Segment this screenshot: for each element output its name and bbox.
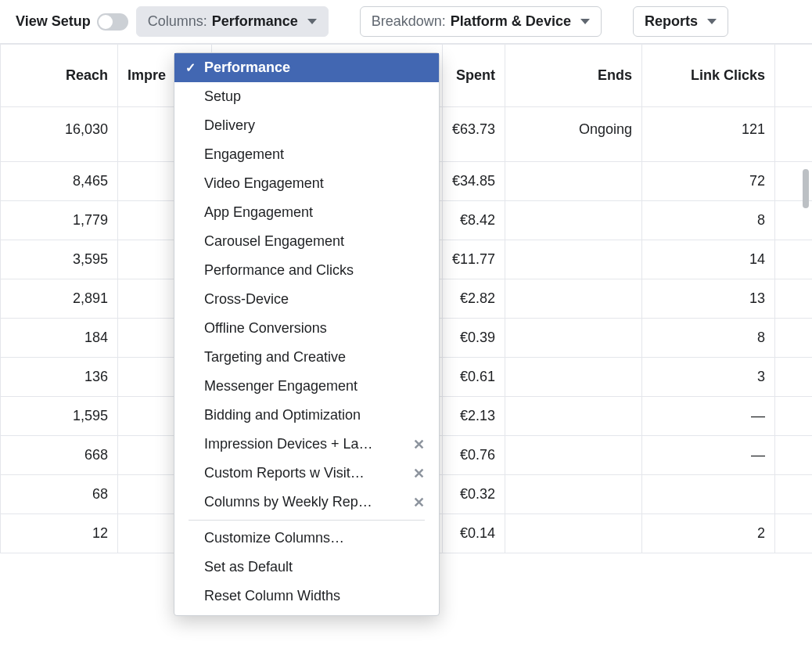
cell-ends xyxy=(505,436,642,475)
columns-menu-item[interactable]: Performance and Clicks xyxy=(174,256,439,285)
menu-item-label: App Engagement xyxy=(204,204,313,221)
cell-reach: 1,595 xyxy=(1,397,118,436)
reports-label: Reports xyxy=(645,13,698,30)
breakdown-value: Platform & Device xyxy=(451,13,571,30)
col-link-clicks[interactable]: Link Clicks xyxy=(642,45,775,107)
col-spent[interactable]: Spent xyxy=(443,45,505,107)
cell-spent: €2.82 xyxy=(443,279,505,319)
cell-end xyxy=(775,240,813,279)
columns-menu-item[interactable]: Custom Reports w Visit…✕ xyxy=(174,459,439,488)
cell-reach: 1,779 xyxy=(1,201,118,240)
cell-link-clicks: 14 xyxy=(642,240,775,279)
cell-reach: 16,030 xyxy=(1,107,118,162)
cell-end xyxy=(775,397,813,436)
view-setup-control[interactable]: View Setup xyxy=(8,13,128,31)
columns-menu-item[interactable]: Delivery xyxy=(174,111,439,140)
cell-spent: €2.13 xyxy=(443,397,505,436)
col-end xyxy=(775,45,813,107)
columns-menu-item[interactable]: Messenger Engagement xyxy=(174,372,439,401)
caret-down-icon xyxy=(307,19,317,24)
cell-spent: €0.76 xyxy=(443,436,505,475)
menu-item-label: Custom Reports w Visit… xyxy=(204,465,365,481)
cell-reach: 12 xyxy=(1,514,118,553)
menu-item-label: Video Engagement xyxy=(204,175,324,192)
cell-link-clicks: 72 xyxy=(642,162,775,201)
menu-item-label: Bidding and Optimization xyxy=(204,407,361,423)
columns-menu-item[interactable]: Impression Devices + La…✕ xyxy=(174,430,439,459)
columns-menu-footer-item[interactable]: Set as Default xyxy=(174,553,439,582)
cell-spent: €0.39 xyxy=(443,319,505,358)
cell-reach: 8,465 xyxy=(1,162,118,201)
columns-menu-item[interactable]: Carousel Engagement xyxy=(174,227,439,256)
cell-link-clicks: 13 xyxy=(642,279,775,319)
columns-menu-item[interactable]: Columns by Weekly Rep…✕ xyxy=(174,488,439,517)
col-reach[interactable]: Reach xyxy=(1,45,118,107)
cell-ends xyxy=(505,319,642,358)
menu-item-label: Carousel Engagement xyxy=(204,233,344,250)
columns-menu-item[interactable]: Performance xyxy=(174,53,439,82)
columns-dropdown-button[interactable]: Columns: Performance xyxy=(136,6,329,37)
cell-spent: €11.77 xyxy=(443,240,505,279)
cell-spent: €0.61 xyxy=(443,358,505,397)
scrollbar-thumb[interactable] xyxy=(803,169,809,208)
cell-end xyxy=(775,319,813,358)
col-ends[interactable]: Ends xyxy=(505,45,642,107)
cell-link-clicks: 2 xyxy=(642,514,775,553)
menu-item-label: Performance and Clicks xyxy=(204,262,354,279)
close-icon[interactable]: ✕ xyxy=(413,494,425,511)
reports-dropdown-button[interactable]: Reports xyxy=(633,6,728,37)
menu-item-label: Targeting and Creative xyxy=(204,349,346,366)
menu-item-label: Engagement xyxy=(204,146,284,163)
columns-menu-footer-item[interactable]: Customize Columns… xyxy=(174,524,439,553)
columns-menu-item[interactable]: Bidding and Optimization xyxy=(174,401,439,430)
cell-end xyxy=(775,475,813,514)
breakdown-dropdown-button[interactable]: Breakdown: Platform & Device xyxy=(360,6,602,37)
close-icon[interactable]: ✕ xyxy=(413,465,425,482)
columns-menu-item[interactable]: App Engagement xyxy=(174,198,439,227)
columns-menu-item[interactable]: Setup xyxy=(174,82,439,111)
cell-reach: 3,595 xyxy=(1,240,118,279)
menu-item-label: Offline Conversions xyxy=(204,320,327,337)
columns-menu-item[interactable]: Video Engagement xyxy=(174,169,439,198)
cell-link-clicks: — xyxy=(642,397,775,436)
cell-ends: Ongoing xyxy=(505,107,642,162)
cell-reach: 136 xyxy=(1,358,118,397)
menu-item-label: Columns by Weekly Rep… xyxy=(204,494,372,510)
caret-down-icon xyxy=(580,19,590,24)
cell-end xyxy=(775,279,813,319)
columns-menu-item[interactable]: Cross-Device xyxy=(174,285,439,314)
cell-ends xyxy=(505,162,642,201)
view-setup-toggle[interactable] xyxy=(97,13,128,31)
cell-ends xyxy=(505,240,642,279)
cell-spent: €0.32 xyxy=(443,475,505,514)
menu-item-label: Delivery xyxy=(204,117,255,134)
cell-ends xyxy=(505,475,642,514)
cell-reach: 2,891 xyxy=(1,279,118,319)
breakdown-label: Breakdown: xyxy=(372,13,446,30)
columns-menu-item[interactable]: Targeting and Creative xyxy=(174,343,439,372)
toolbar: View Setup Columns: Performance Breakdow… xyxy=(0,0,812,44)
close-icon[interactable]: ✕ xyxy=(413,436,425,453)
menu-divider xyxy=(189,520,425,521)
menu-item-label: Messenger Engagement xyxy=(204,378,357,395)
cell-reach: 68 xyxy=(1,475,118,514)
cell-spent: €0.14 xyxy=(443,514,505,553)
cell-reach: 668 xyxy=(1,436,118,475)
columns-dropdown-menu: PerformanceSetupDeliveryEngagementVideo … xyxy=(174,52,440,616)
columns-menu-item[interactable]: Offline Conversions xyxy=(174,314,439,343)
cell-ends xyxy=(505,201,642,240)
cell-ends xyxy=(505,514,642,553)
cell-link-clicks: 121 xyxy=(642,107,775,162)
cell-link-clicks xyxy=(642,475,775,514)
cell-end xyxy=(775,107,813,162)
cell-end xyxy=(775,436,813,475)
cell-spent: €63.73 xyxy=(443,107,505,162)
columns-menu-item[interactable]: Engagement xyxy=(174,140,439,169)
view-setup-label: View Setup xyxy=(16,13,91,30)
menu-item-label: Setup xyxy=(204,88,241,105)
cell-end xyxy=(775,358,813,397)
cell-ends xyxy=(505,358,642,397)
cell-spent: €8.42 xyxy=(443,201,505,240)
columns-menu-footer-item[interactable]: Reset Column Widths xyxy=(174,582,439,611)
columns-label: Columns: xyxy=(148,13,207,30)
